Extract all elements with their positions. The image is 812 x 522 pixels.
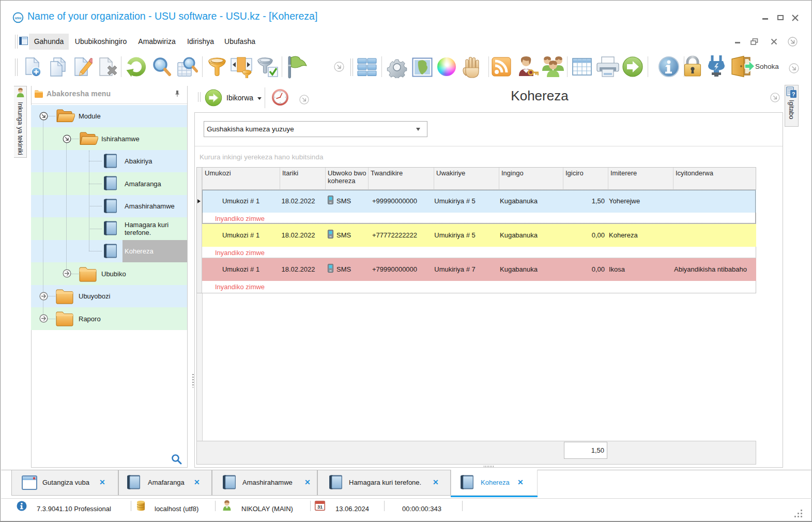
svg-text:?: ? (792, 91, 795, 97)
svg-text:usu: usu (15, 16, 21, 20)
svg-text:31: 31 (317, 504, 323, 510)
